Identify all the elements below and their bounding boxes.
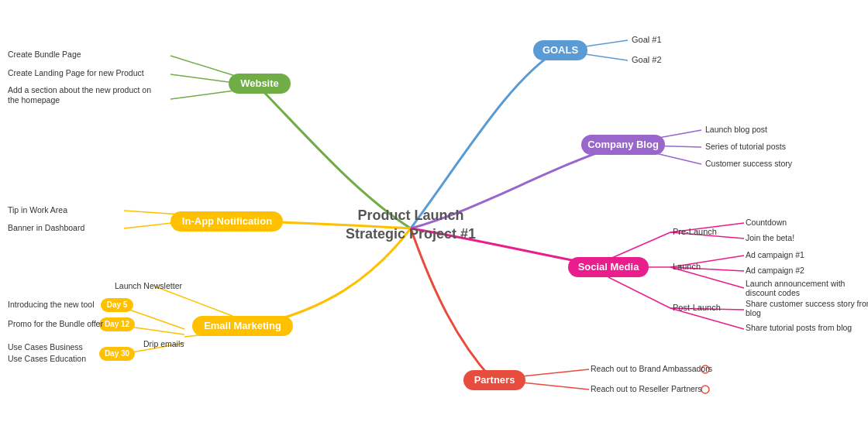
- day30-leaf1: Use Cases Business: [8, 342, 83, 352]
- svg-text:Day 30: Day 30: [105, 349, 130, 358]
- launch-leaf1: Ad campaign #1: [746, 250, 804, 259]
- svg-text:Day 5: Day 5: [107, 300, 128, 309]
- center-subtitle: Strategic Project #1: [346, 226, 476, 242]
- svg-text:Website: Website: [240, 77, 279, 89]
- postlaunch-leaf1b: blog: [746, 308, 761, 317]
- website-leaf3: Add a section about the new product on: [8, 85, 151, 94]
- goal2-label: Goal #2: [632, 55, 662, 64]
- svg-text:Company Blog: Company Blog: [587, 139, 659, 150]
- svg-text:GOALS: GOALS: [542, 44, 579, 56]
- blog-leaf3: Customer success story: [705, 159, 793, 168]
- launch-leaf3b: discount codes: [746, 288, 800, 297]
- day5-leaf: Introducing the new tool: [8, 300, 95, 309]
- partners-leaf1: Reach out to Brand Ambassadors: [591, 364, 712, 373]
- svg-text:✏: ✏: [172, 282, 179, 290]
- svg-line-4: [170, 90, 240, 99]
- svg-line-20: [155, 286, 232, 316]
- launch-label: Launch: [673, 262, 701, 271]
- svg-text:Partners: Partners: [474, 374, 515, 386]
- website-leaf3b: the homepage: [8, 95, 60, 105]
- svg-text:Social Media: Social Media: [578, 261, 640, 273]
- postlaunch-label: Post-Launch: [673, 303, 721, 312]
- center-title: Product Launch: [357, 208, 463, 223]
- day12-leaf: Promo for the Bundle offer: [8, 319, 103, 328]
- launch-leaf2: Ad campaign #2: [746, 266, 804, 275]
- inapp-leaf1: Tip in Work Area: [8, 205, 67, 214]
- goal1-label: Goal #1: [632, 35, 662, 44]
- website-leaf1: Create Bundle Page: [8, 50, 81, 59]
- day30-leaf2: Use Cases Education: [8, 354, 86, 363]
- prelaunch-label: Pre-Launch: [673, 227, 717, 236]
- svg-line-17: [608, 277, 670, 308]
- svg-line-2: [170, 56, 240, 77]
- postlaunch-leaf1: Share customer success story from: [746, 299, 868, 308]
- svg-text:Email Marketing: Email Marketing: [204, 320, 281, 331]
- svg-point-28: [701, 386, 709, 393]
- drip-label: Drip emails: [143, 339, 184, 348]
- svg-line-10: [608, 232, 670, 259]
- website-leaf2: Create Landing Page for new Product: [8, 68, 144, 77]
- prelaunch-leaf2: Join the beta!: [746, 233, 794, 242]
- postlaunch-leaf2: Share tutorial posts from blog: [746, 323, 852, 332]
- inapp-leaf2: Banner in Dashboard: [8, 223, 84, 232]
- blog-leaf2: Series of tutorial posts: [705, 142, 786, 151]
- svg-text:Day 12: Day 12: [105, 320, 130, 328]
- partners-leaf2: Reach out to Reseller Partners: [591, 384, 702, 393]
- launch-leaf3: Launch announcement with: [746, 279, 846, 288]
- svg-text:In-App Notification: In-App Notification: [182, 215, 272, 227]
- blog-leaf1: Launch blog post: [705, 125, 767, 134]
- prelaunch-leaf1: Countdown: [746, 218, 787, 227]
